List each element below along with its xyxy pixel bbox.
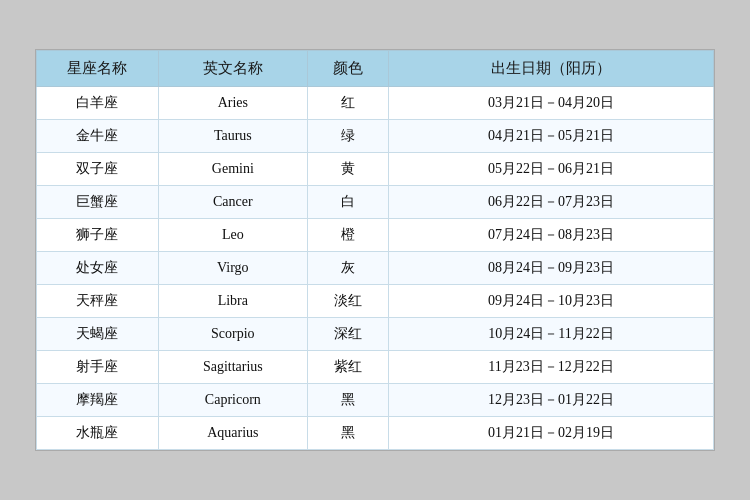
- cell-color: 红: [307, 87, 388, 120]
- cell-date: 08月24日－09月23日: [389, 252, 714, 285]
- cell-date: 09月24日－10月23日: [389, 285, 714, 318]
- cell-cn: 天秤座: [37, 285, 159, 318]
- table-row: 白羊座Aries红03月21日－04月20日: [37, 87, 714, 120]
- cell-en: Virgo: [158, 252, 307, 285]
- table-row: 巨蟹座Cancer白06月22日－07月23日: [37, 186, 714, 219]
- header-cn: 星座名称: [37, 51, 159, 87]
- table-row: 摩羯座Capricorn黑12月23日－01月22日: [37, 384, 714, 417]
- table-row: 狮子座Leo橙07月24日－08月23日: [37, 219, 714, 252]
- header-date: 出生日期（阳历）: [389, 51, 714, 87]
- cell-color: 橙: [307, 219, 388, 252]
- cell-cn: 处女座: [37, 252, 159, 285]
- cell-cn: 摩羯座: [37, 384, 159, 417]
- cell-date: 06月22日－07月23日: [389, 186, 714, 219]
- cell-date: 04月21日－05月21日: [389, 120, 714, 153]
- table-row: 射手座Sagittarius紫红11月23日－12月22日: [37, 351, 714, 384]
- zodiac-table: 星座名称 英文名称 颜色 出生日期（阳历） 白羊座Aries红03月21日－04…: [36, 50, 714, 450]
- cell-color: 淡红: [307, 285, 388, 318]
- table-row: 水瓶座Aquarius黑01月21日－02月19日: [37, 417, 714, 450]
- cell-date: 07月24日－08月23日: [389, 219, 714, 252]
- cell-en: Leo: [158, 219, 307, 252]
- cell-en: Taurus: [158, 120, 307, 153]
- cell-cn: 天蝎座: [37, 318, 159, 351]
- cell-date: 11月23日－12月22日: [389, 351, 714, 384]
- header-color: 颜色: [307, 51, 388, 87]
- cell-color: 黑: [307, 384, 388, 417]
- cell-date: 01月21日－02月19日: [389, 417, 714, 450]
- cell-en: Aries: [158, 87, 307, 120]
- cell-cn: 狮子座: [37, 219, 159, 252]
- cell-cn: 白羊座: [37, 87, 159, 120]
- cell-color: 黑: [307, 417, 388, 450]
- cell-en: Cancer: [158, 186, 307, 219]
- cell-date: 12月23日－01月22日: [389, 384, 714, 417]
- cell-color: 灰: [307, 252, 388, 285]
- cell-cn: 金牛座: [37, 120, 159, 153]
- cell-color: 绿: [307, 120, 388, 153]
- cell-color: 深红: [307, 318, 388, 351]
- table-row: 处女座Virgo灰08月24日－09月23日: [37, 252, 714, 285]
- cell-color: 黄: [307, 153, 388, 186]
- cell-en: Libra: [158, 285, 307, 318]
- cell-en: Capricorn: [158, 384, 307, 417]
- cell-cn: 双子座: [37, 153, 159, 186]
- table-row: 天蝎座Scorpio深红10月24日－11月22日: [37, 318, 714, 351]
- cell-date: 05月22日－06月21日: [389, 153, 714, 186]
- cell-en: Aquarius: [158, 417, 307, 450]
- cell-en: Gemini: [158, 153, 307, 186]
- cell-color: 白: [307, 186, 388, 219]
- zodiac-table-container: 星座名称 英文名称 颜色 出生日期（阳历） 白羊座Aries红03月21日－04…: [35, 49, 715, 451]
- cell-color: 紫红: [307, 351, 388, 384]
- cell-date: 10月24日－11月22日: [389, 318, 714, 351]
- table-row: 双子座Gemini黄05月22日－06月21日: [37, 153, 714, 186]
- cell-en: Scorpio: [158, 318, 307, 351]
- table-row: 天秤座Libra淡红09月24日－10月23日: [37, 285, 714, 318]
- table-header-row: 星座名称 英文名称 颜色 出生日期（阳历）: [37, 51, 714, 87]
- cell-cn: 巨蟹座: [37, 186, 159, 219]
- header-en: 英文名称: [158, 51, 307, 87]
- cell-date: 03月21日－04月20日: [389, 87, 714, 120]
- cell-en: Sagittarius: [158, 351, 307, 384]
- table-row: 金牛座Taurus绿04月21日－05月21日: [37, 120, 714, 153]
- cell-cn: 水瓶座: [37, 417, 159, 450]
- cell-cn: 射手座: [37, 351, 159, 384]
